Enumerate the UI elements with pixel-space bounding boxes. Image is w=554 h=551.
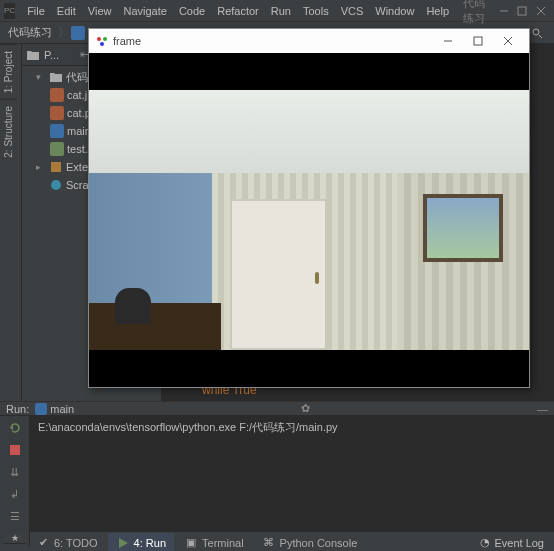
expand-arrow-icon[interactable]: ▸ [36, 162, 46, 172]
menu-refactor[interactable]: Refactor [211, 5, 265, 17]
svg-rect-18 [474, 37, 482, 45]
menu-edit[interactable]: Edit [51, 5, 82, 17]
menu-code[interactable]: Code [173, 5, 211, 17]
python-file-icon [35, 403, 47, 415]
svg-marker-12 [119, 538, 128, 548]
run-console[interactable]: E:\anaconda\envs\tensorflow\python.exe F… [30, 416, 554, 546]
cv-minimize-button[interactable] [433, 31, 463, 51]
window-maximize-button[interactable] [513, 1, 531, 21]
svg-point-15 [103, 37, 107, 41]
tab-structure[interactable]: 2: Structure [0, 99, 17, 164]
app-icon: PC [4, 3, 15, 19]
tab-terminal[interactable]: ▣ Terminal [176, 533, 252, 552]
tab-project[interactable]: 1: Project [0, 44, 17, 99]
tab-terminal-label: Terminal [202, 537, 244, 549]
menu-tools[interactable]: Tools [297, 5, 335, 17]
folder-icon [49, 70, 63, 84]
svg-rect-1 [518, 7, 526, 15]
window-close-button[interactable] [532, 1, 550, 21]
rerun-icon[interactable] [7, 420, 23, 436]
tab-todo[interactable]: ✔ 6: TODO [28, 533, 106, 552]
terminal-icon: ▣ [184, 536, 198, 550]
event-log-icon: ◔ [480, 536, 490, 549]
event-log[interactable]: ◔ Event Log [480, 536, 550, 549]
run-config-name: main [50, 403, 74, 415]
search-icon[interactable] [528, 24, 546, 42]
expand-arrow-icon[interactable]: ▾ [36, 72, 46, 82]
menu-run[interactable]: Run [265, 5, 297, 17]
folder-icon [26, 48, 40, 62]
stop-icon[interactable] [7, 442, 23, 458]
soft-wrap-icon[interactable]: ↲ [7, 486, 23, 502]
python-console-icon: ⌘ [262, 536, 276, 550]
svg-point-6 [533, 29, 539, 35]
menu-navigate[interactable]: Navigate [117, 5, 172, 17]
down-icon[interactable]: ⇊ [7, 464, 23, 480]
breadcrumb-sep: 〉 [56, 25, 71, 40]
camera-frame-image [89, 90, 529, 351]
print-icon[interactable]: ☰ [7, 508, 23, 524]
cv-titlebar[interactable]: frame [89, 29, 529, 53]
window-minimize-button[interactable] [495, 1, 513, 21]
menu-window[interactable]: Window [369, 5, 420, 17]
image-file-icon [50, 106, 64, 120]
project-header-label: P... [44, 49, 59, 61]
run-hide-icon[interactable]: — [537, 403, 548, 415]
menu-help[interactable]: Help [420, 5, 455, 17]
tab-todo-label: 6: TODO [54, 537, 98, 549]
opencv-icon [95, 34, 109, 48]
svg-point-9 [51, 180, 61, 190]
gear-icon[interactable]: ✿ [301, 402, 310, 415]
play-icon [116, 536, 130, 550]
python-file-icon [50, 124, 64, 138]
svg-line-7 [539, 35, 542, 38]
scratches-icon [49, 178, 63, 192]
run-config[interactable]: main [35, 403, 74, 415]
library-icon [49, 160, 63, 174]
svg-rect-8 [51, 162, 61, 172]
menu-view[interactable]: View [82, 5, 118, 17]
cv-close-button[interactable] [493, 31, 523, 51]
event-log-label: Event Log [494, 537, 544, 549]
menu-vcs[interactable]: VCS [335, 5, 370, 17]
video-file-icon [50, 142, 64, 156]
cv-title-text: frame [113, 35, 141, 47]
run-header: Run: main ✿ — [0, 402, 554, 416]
cv-maximize-button[interactable] [463, 31, 493, 51]
breadcrumb-root[interactable]: 代码练习 [4, 25, 56, 40]
menu-bar: PC File Edit View Navigate Code Refactor… [0, 0, 554, 22]
opencv-frame-window[interactable]: frame [88, 28, 530, 388]
run-tool-window: Run: main ✿ — ⇊ ↲ ☰ 🗑 E:\anaconda\envs\t… [0, 401, 554, 531]
tab-run[interactable]: 4: Run [108, 533, 174, 552]
svg-point-16 [100, 42, 104, 46]
python-file-icon [71, 26, 85, 40]
image-file-icon [50, 88, 64, 102]
tab-python-console[interactable]: ⌘ Python Console [254, 533, 366, 552]
cv-content [89, 53, 529, 387]
tab-python-console-label: Python Console [280, 537, 358, 549]
tab-run-label: 4: Run [134, 537, 166, 549]
console-line: E:\anaconda\envs\tensorflow\python.exe F… [38, 420, 546, 435]
run-label: Run: [6, 403, 29, 415]
tab-favorites[interactable]: ★ [4, 533, 26, 544]
run-gutter: ⇊ ↲ ☰ 🗑 [0, 416, 30, 546]
todo-icon: ✔ [36, 536, 50, 550]
svg-rect-11 [10, 445, 20, 455]
svg-point-14 [97, 37, 101, 41]
title-center: 代码练习 [455, 0, 495, 26]
menu-file[interactable]: File [21, 5, 51, 17]
left-gutter: 1: Project 2: Structure [0, 44, 22, 401]
